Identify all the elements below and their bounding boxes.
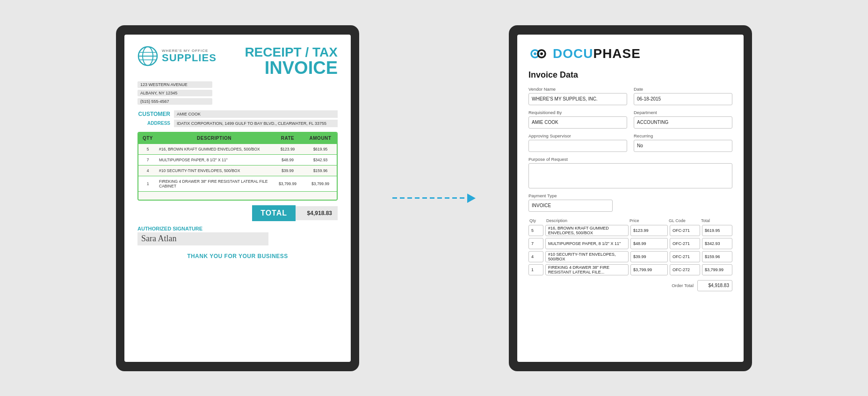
sig-label: AUTHORIZED SIGNATURE bbox=[137, 226, 338, 231]
vendor-name-group: Vendor Name WHERE'S MY SUPPLIES, INC. bbox=[528, 86, 627, 105]
purpose-label: Purpose of Request bbox=[528, 157, 732, 162]
docu-blue-text: DOCU bbox=[553, 46, 593, 61]
th-desc: DESCRIPTION bbox=[157, 133, 271, 144]
total-value: $4,918.83 bbox=[296, 206, 338, 220]
item-price: $123.99 bbox=[630, 225, 668, 236]
items-row-2: 7 MULTIPURPOSE PAPER, 8 1/2" X 11" $48.9… bbox=[528, 238, 732, 249]
receipt-title: RECEIPT / TAX INVOICE bbox=[245, 46, 338, 77]
items-th-total: Total bbox=[701, 218, 731, 223]
td-desc: #10 SECURITY-TINT ENVELOPES, 500/BOX bbox=[157, 166, 271, 176]
thank-you-text: THANK YOU FOR YOUR BUSINESS bbox=[137, 253, 338, 259]
item-total: $619.95 bbox=[702, 225, 732, 236]
items-th-price: Price bbox=[629, 218, 667, 223]
vendor-name-input[interactable]: WHERE'S MY SUPPLIES, INC. bbox=[528, 93, 627, 105]
address-line-1: 123 WESTERN AVENUE bbox=[137, 81, 212, 88]
purpose-group: Purpose of Request bbox=[528, 157, 732, 188]
item-qty: 1 bbox=[528, 264, 543, 275]
item-qty: 4 bbox=[528, 251, 543, 262]
items-section: Qty Description Price GL Code Total 5 #1… bbox=[528, 218, 732, 275]
docu-black-text: PHASE bbox=[593, 46, 640, 61]
td-amount: $342.93 bbox=[304, 155, 337, 165]
svg-point-8 bbox=[540, 52, 543, 55]
docuphase-logo-text: DOCUPHASE bbox=[553, 46, 641, 61]
arrow-head bbox=[467, 194, 476, 203]
approving-sup-label: Approving Supervisor bbox=[528, 133, 627, 138]
invoice-logo: WHERE'S MY OFFICE SUPPLIES bbox=[137, 46, 217, 66]
form-row-3: Approving Supervisor Recurring No bbox=[528, 133, 732, 152]
form-row-2: Requisitioned By AMIE COOK Department AC… bbox=[528, 110, 732, 129]
globe-icon bbox=[137, 46, 158, 66]
dash-line bbox=[392, 197, 467, 199]
td-qty: 5 bbox=[138, 144, 157, 154]
item-total: $159.96 bbox=[702, 251, 732, 262]
td-qty: 7 bbox=[138, 155, 157, 165]
recurring-label: Recurring bbox=[634, 133, 732, 138]
item-gl: OFC-272 bbox=[670, 264, 700, 275]
department-group: Department ACCOUNTING bbox=[634, 110, 732, 129]
td-qty: 4 bbox=[138, 166, 157, 176]
date-label: Date bbox=[634, 86, 732, 92]
form-row-purpose: Purpose of Request bbox=[528, 157, 732, 188]
recurring-input[interactable]: No bbox=[634, 140, 732, 152]
form-row-1: Vendor Name WHERE'S MY SUPPLIES, INC. Da… bbox=[528, 86, 732, 105]
td-amount: $159.96 bbox=[304, 166, 337, 176]
payment-type-label: Payment Type bbox=[528, 193, 613, 198]
order-total-row: Order Total $4,918.83 bbox=[528, 280, 732, 291]
order-total-label: Order Total bbox=[672, 283, 694, 288]
table-row: 5 #16, BROWN KRAFT GUMMED ENVELOPES, 500… bbox=[138, 144, 337, 154]
table-row: 7 MULTIPURPOSE PAPER, 8 1/2" X 11" $48.9… bbox=[138, 154, 337, 165]
date-input[interactable]: 06-18-2015 bbox=[634, 93, 732, 105]
total-row: TOTAL $4,918.83 bbox=[137, 205, 338, 221]
total-label: TOTAL bbox=[252, 205, 296, 221]
invoice-card: WHERE'S MY OFFICE SUPPLIES RECEIPT / TAX… bbox=[116, 25, 359, 371]
td-amount: $3,799.99 bbox=[304, 176, 337, 191]
td-rate: $39.99 bbox=[271, 166, 304, 176]
item-price: $39.99 bbox=[630, 251, 668, 262]
purpose-textarea[interactable] bbox=[528, 163, 732, 188]
item-total: $342.93 bbox=[702, 238, 732, 249]
item-price: $48.99 bbox=[630, 238, 668, 249]
payment-type-group: Payment Type INVOICE bbox=[528, 193, 613, 212]
date-group: Date 06-18-2015 bbox=[634, 86, 732, 105]
items-th-gl: GL Code bbox=[669, 218, 699, 223]
docuphase-logo-icon bbox=[528, 44, 548, 64]
docuphase-header: DOCUPHASE bbox=[528, 44, 732, 64]
signature-section: AUTHORIZED SIGNATURE Sara Atlan bbox=[137, 226, 338, 245]
section-title: Invoice Data bbox=[528, 70, 732, 80]
payment-type-input[interactable]: INVOICE bbox=[528, 200, 613, 212]
approving-sup-group: Approving Supervisor bbox=[528, 133, 627, 152]
table-row: 4 #10 SECURITY-TINT ENVELOPES, 500/BOX $… bbox=[138, 165, 337, 176]
req-by-input[interactable]: AMIE COOK bbox=[528, 116, 627, 129]
items-row-4: 1 FIREKING 4 DRAWER 38" FIRE RESISTANT L… bbox=[528, 264, 732, 275]
item-desc: #16, BROWN KRAFT GUMMED ENVELOPES, 500/B… bbox=[545, 225, 629, 236]
title-top: RECEIPT / TAX bbox=[245, 46, 338, 59]
item-desc: FIREKING 4 DRAWER 38" FIRE RESISTANT LAT… bbox=[545, 264, 629, 275]
item-gl: OFC-271 bbox=[670, 225, 700, 236]
invoice-table: QTY DESCRIPTION RATE AMOUNT 5 #16, BROWN… bbox=[137, 132, 338, 201]
sig-line: Sara Atlan bbox=[137, 232, 268, 245]
items-th-qty: Qty bbox=[529, 218, 544, 223]
td-rate: $48.99 bbox=[271, 155, 304, 165]
td-desc: #16, BROWN KRAFT GUMMED ENVELOPES, 500/B… bbox=[157, 144, 271, 154]
item-total: $3,799.99 bbox=[702, 264, 732, 275]
department-label: Department bbox=[634, 110, 732, 115]
logo-text: WHERE'S MY OFFICE SUPPLIES bbox=[162, 49, 217, 63]
table-row-empty bbox=[138, 191, 337, 200]
address-line-2: ALBANY, NY 12345 bbox=[137, 90, 212, 96]
recurring-group: Recurring No bbox=[634, 133, 732, 152]
address-value: IDATIX CORPORATION, 1499 GULF TO BAY BLV… bbox=[174, 120, 338, 127]
item-qty: 5 bbox=[528, 225, 543, 236]
arrow-container bbox=[387, 194, 481, 203]
department-input[interactable]: ACCOUNTING bbox=[634, 116, 732, 129]
td-desc: MULTIPURPOSE PAPER, 8 1/2" X 11" bbox=[157, 155, 271, 165]
table-row: 1 FIREKING 4 DRAWER 38" FIRE RESISTANT L… bbox=[138, 176, 337, 191]
form-row-payment: Payment Type INVOICE bbox=[528, 193, 732, 212]
customer-name: AMIE COOK bbox=[174, 110, 338, 118]
items-row-3: 4 #10 SECURITY-TINT ENVELOPES, 500/BOX $… bbox=[528, 251, 732, 262]
approving-sup-input[interactable] bbox=[528, 140, 627, 152]
sig-value: Sara Atlan bbox=[141, 234, 176, 244]
td-qty: 1 bbox=[138, 176, 157, 191]
items-header-row: Qty Description Price GL Code Total bbox=[528, 218, 732, 223]
items-th-desc: Description bbox=[546, 218, 628, 223]
title-bottom: INVOICE bbox=[245, 59, 338, 77]
